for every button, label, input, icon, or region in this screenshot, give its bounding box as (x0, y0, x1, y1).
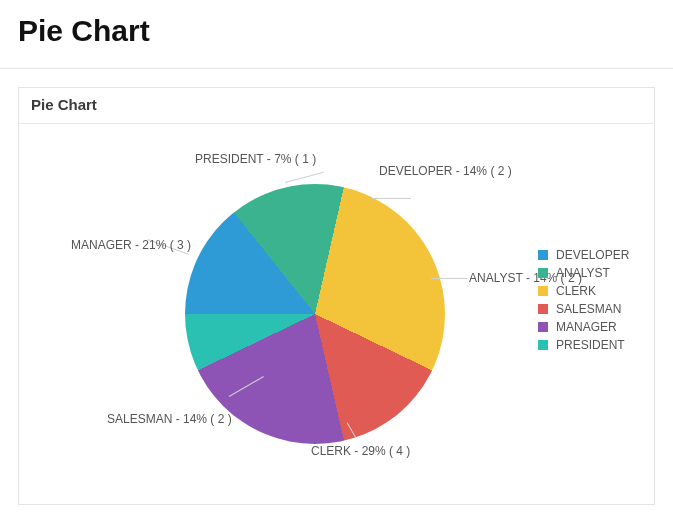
legend-label: ANALYST (556, 266, 610, 280)
legend-label: MANAGER (556, 320, 617, 334)
swatch-icon (538, 250, 548, 260)
legend-item-manager[interactable]: MANAGER (538, 320, 638, 334)
region-title: Pie Chart (31, 96, 642, 113)
legend-item-clerk[interactable]: CLERK (538, 284, 638, 298)
page-header: Pie Chart (0, 0, 673, 69)
legend-label: CLERK (556, 284, 596, 298)
leader-line (285, 172, 324, 183)
legend-item-salesman[interactable]: SALESMAN (538, 302, 638, 316)
swatch-icon (538, 286, 548, 296)
legend-item-developer[interactable]: DEVELOPER (538, 248, 638, 262)
pie (185, 184, 445, 444)
region-body: DEVELOPER - 14% ( 2 ) ANALYST - 14% ( 2 … (19, 124, 654, 504)
leader-line (371, 198, 411, 199)
slice-label-clerk: CLERK - 29% ( 4 ) (311, 444, 410, 458)
legend-label: PRESIDENT (556, 338, 625, 352)
pie-chart: DEVELOPER - 14% ( 2 ) ANALYST - 14% ( 2 … (29, 134, 549, 494)
legend-label: DEVELOPER (556, 248, 629, 262)
legend: DEVELOPER ANALYST CLERK SALESMAN MANAGER (538, 244, 638, 356)
slice-label-manager: MANAGER - 21% ( 3 ) (71, 238, 191, 252)
swatch-icon (538, 268, 548, 278)
slice-label-salesman: SALESMAN - 14% ( 2 ) (107, 412, 232, 426)
legend-item-president[interactable]: PRESIDENT (538, 338, 638, 352)
legend-item-analyst[interactable]: ANALYST (538, 266, 638, 280)
legend-label: SALESMAN (556, 302, 621, 316)
slice-label-president: PRESIDENT - 7% ( 1 ) (195, 152, 316, 166)
swatch-icon (538, 340, 548, 350)
chart-region: Pie Chart (18, 87, 655, 505)
slice-label-developer: DEVELOPER - 14% ( 2 ) (379, 164, 512, 178)
swatch-icon (538, 304, 548, 314)
pie-slice-president[interactable] (185, 184, 445, 444)
swatch-icon (538, 322, 548, 332)
region-header: Pie Chart (19, 88, 654, 124)
leader-line (431, 278, 467, 279)
page-title: Pie Chart (18, 14, 655, 48)
